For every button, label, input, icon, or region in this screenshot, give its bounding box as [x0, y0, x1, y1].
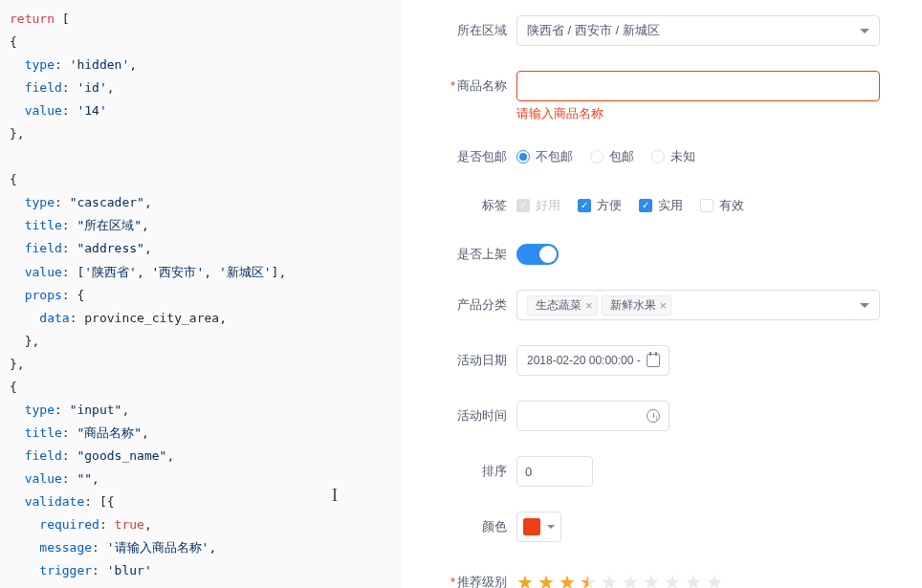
activity-time-picker[interactable]	[516, 401, 670, 431]
star-icon[interactable]: ★	[622, 573, 639, 588]
form-preview: 所在区域 陕西省 / 西安市 / 新城区 *商品名称 请输入商品名称 是否包邮 …	[402, 0, 922, 588]
category-label: 产品分类	[421, 290, 516, 314]
category-tag-0: 生态蔬菜×	[527, 295, 598, 316]
star-icon[interactable]: ★	[538, 573, 555, 588]
category-tag-1: 新鲜水果×	[602, 295, 672, 316]
tag-cb-1[interactable]: 方便	[578, 197, 622, 214]
close-icon[interactable]: ×	[585, 298, 593, 313]
postage-radio-no[interactable]: 不包邮	[516, 148, 573, 165]
goods-name-error: 请输入商品名称	[516, 105, 903, 122]
postage-radio-unknown[interactable]: 未知	[651, 148, 695, 165]
star-icon[interactable]: ★	[516, 573, 534, 588]
color-label: 颜色	[421, 512, 516, 535]
star-icon[interactable]: ★	[601, 573, 618, 588]
clock-icon	[647, 409, 660, 423]
activity-date-value: 2018-02-20 00:00:00 -	[527, 354, 641, 367]
star-icon[interactable]: ★	[664, 573, 681, 588]
onshelf-label: 是否上架	[421, 239, 516, 263]
activity-time-label: 活动时间	[421, 401, 516, 425]
tag-cb-0: 好用	[516, 197, 560, 214]
calendar-icon	[647, 354, 660, 367]
color-picker[interactable]	[516, 512, 561, 542]
star-icon[interactable]: ★	[559, 573, 576, 588]
region-cascader[interactable]: 陕西省 / 西安市 / 新城区	[516, 15, 880, 46]
tag-cb-3[interactable]: 有效	[700, 197, 744, 214]
tag-cb-2[interactable]: 实用	[639, 197, 683, 214]
postage-radio-group: 不包邮 包邮 未知	[516, 142, 903, 165]
checkbox-icon	[516, 199, 530, 212]
star-icon[interactable]: ★	[580, 573, 597, 588]
region-label: 所在区域	[421, 15, 516, 39]
sort-input[interactable]	[516, 456, 593, 487]
rating-stars[interactable]: ★ ★ ★ ★ ★ ★ ★ ★ ★ ★	[516, 567, 903, 588]
onshelf-switch[interactable]	[516, 244, 559, 265]
postage-radio-yes[interactable]: 包邮	[590, 148, 634, 165]
goods-name-input[interactable]	[516, 71, 880, 101]
color-swatch-icon	[523, 518, 540, 535]
star-icon[interactable]: ★	[685, 573, 702, 588]
sort-label: 排序	[421, 456, 516, 480]
radio-icon	[590, 150, 604, 163]
goods-name-label: *商品名称	[421, 71, 516, 95]
radio-icon	[516, 150, 530, 163]
star-icon[interactable]: ★	[643, 573, 660, 588]
radio-icon	[651, 150, 665, 163]
star-icon[interactable]: ★	[706, 573, 723, 588]
tags-checkbox-group: 好用 方便 实用 有效	[516, 190, 903, 214]
chevron-down-icon	[547, 525, 555, 529]
checkbox-icon	[700, 199, 713, 212]
activity-date-label: 活动日期	[421, 345, 516, 369]
checkbox-icon	[578, 199, 591, 212]
category-select[interactable]: 生态蔬菜× 新鲜水果×	[516, 290, 880, 320]
tags-label: 标签	[421, 190, 516, 214]
close-icon[interactable]: ×	[660, 298, 668, 313]
postage-label: 是否包邮	[421, 142, 516, 165]
region-value: 陕西省 / 西安市 / 新城区	[527, 22, 660, 39]
code-editor[interactable]: return [ { type: 'hidden', field: 'id', …	[0, 0, 402, 588]
rating-label: *推荐级别	[421, 567, 516, 588]
activity-date-picker[interactable]: 2018-02-20 00:00:00 -	[516, 345, 670, 376]
checkbox-icon	[639, 199, 652, 212]
